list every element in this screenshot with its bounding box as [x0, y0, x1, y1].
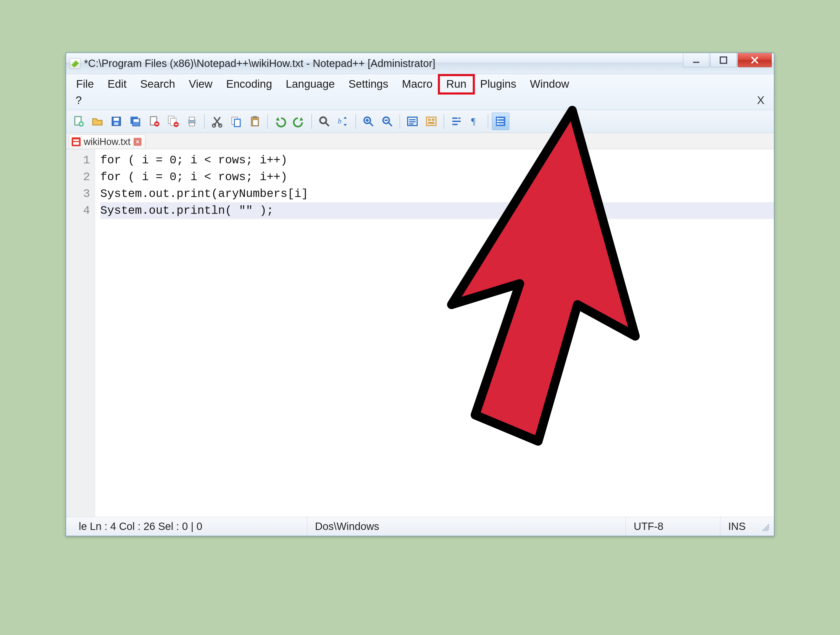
- toolbar-separator: [444, 114, 444, 129]
- maximize-button[interactable]: [711, 53, 737, 67]
- paste-button[interactable]: [246, 112, 264, 130]
- print-button[interactable]: [183, 112, 201, 130]
- function-list-button[interactable]: [492, 112, 509, 130]
- close-file-icon: [148, 115, 160, 128]
- open-file-icon: [91, 115, 104, 128]
- code-line[interactable]: for ( i = 0; i < rows; i++): [100, 169, 774, 185]
- line-number: 2: [66, 169, 90, 185]
- wrap-icon: [406, 115, 419, 128]
- new-file-button[interactable]: [70, 112, 87, 130]
- menu-run[interactable]: Run: [439, 76, 473, 93]
- close-icon: [750, 55, 759, 65]
- open-file-button[interactable]: [89, 112, 106, 130]
- menu-language[interactable]: Language: [279, 76, 342, 93]
- zoom-out-button[interactable]: [379, 112, 396, 130]
- close-button[interactable]: [737, 53, 772, 67]
- toolbar: b¶: [66, 110, 774, 133]
- indent-guide-icon: [450, 115, 463, 128]
- window-title: *C:\Program Files (x86)\Notepad++\wikiHo…: [84, 57, 683, 69]
- zoom-out-icon: [381, 115, 393, 128]
- menu-encoding[interactable]: Encoding: [219, 76, 279, 93]
- svg-rect-38: [497, 123, 499, 125]
- toolbar-separator: [311, 114, 312, 129]
- minimize-button[interactable]: [683, 53, 709, 67]
- code-line[interactable]: System.out.println( "" );: [100, 202, 774, 219]
- find-button[interactable]: [316, 112, 333, 130]
- tab-close-button[interactable]: ×: [134, 138, 142, 146]
- menu-plugins[interactable]: Plugins: [473, 76, 523, 93]
- undo-button[interactable]: [272, 112, 289, 130]
- menu-search[interactable]: Search: [133, 76, 182, 93]
- undo-icon: [274, 115, 286, 128]
- svg-point-25: [320, 117, 326, 124]
- statusbar: le Ln : 4 Col : 26 Sel : 0 | 0 Dos\Windo…: [66, 517, 774, 536]
- save-all-icon: [129, 115, 142, 128]
- menu-macro[interactable]: Macro: [395, 76, 439, 93]
- show-all-button[interactable]: [423, 112, 440, 130]
- zoom-in-button[interactable]: [360, 112, 377, 130]
- find-replace-icon: b: [337, 115, 349, 128]
- close-file-button[interactable]: [145, 112, 163, 130]
- find-replace-button[interactable]: b: [335, 112, 352, 130]
- menu-file[interactable]: File: [69, 76, 101, 93]
- save-button[interactable]: [107, 112, 125, 130]
- print-icon: [186, 115, 198, 128]
- status-position: le Ln : 4 Col : 26 Sel : 0 | 0: [71, 517, 307, 536]
- menu-window[interactable]: Window: [523, 76, 576, 93]
- status-mode: INS: [720, 517, 757, 536]
- svg-rect-23: [253, 116, 257, 118]
- pilcrow-icon: ¶: [469, 115, 482, 128]
- code-line[interactable]: System.out.print(aryNumbers[i]: [100, 185, 774, 202]
- svg-rect-5: [114, 118, 119, 121]
- menu-close-x[interactable]: X: [754, 93, 767, 108]
- file-tab[interactable]: wikiHow.txt ×: [69, 135, 145, 149]
- menu-settings[interactable]: Settings: [341, 76, 395, 93]
- svg-rect-36: [497, 118, 499, 119]
- toolbar-separator: [488, 114, 488, 129]
- cut-icon: [211, 115, 223, 128]
- line-number: 4: [66, 202, 90, 219]
- show-all-icon: [425, 115, 437, 128]
- toolbar-separator: [204, 114, 205, 129]
- save-all-button[interactable]: [126, 112, 144, 130]
- code-line[interactable]: for ( i = 0; i < rows; i++): [100, 152, 774, 169]
- code-area[interactable]: for ( i = 0; i < rows; i++)for ( i = 0; …: [95, 149, 774, 517]
- toolbar-separator: [355, 114, 356, 129]
- line-number-gutter: 1234: [66, 149, 95, 517]
- window-buttons: [683, 53, 774, 74]
- zoom-in-icon: [362, 115, 374, 128]
- pilcrow-button[interactable]: ¶: [467, 112, 484, 130]
- svg-rect-24: [253, 120, 258, 125]
- titlebar[interactable]: *C:\Program Files (x86)\Notepad++\wikiHo…: [66, 53, 774, 74]
- svg-rect-17: [189, 123, 194, 126]
- svg-rect-21: [234, 119, 240, 127]
- maximize-icon: [719, 55, 728, 65]
- svg-text:¶: ¶: [471, 116, 475, 127]
- svg-rect-1: [720, 57, 726, 63]
- resize-grip-icon[interactable]: [760, 522, 769, 531]
- find-icon: [318, 115, 330, 128]
- cut-button[interactable]: [208, 112, 226, 130]
- svg-rect-30: [426, 117, 436, 125]
- menu-edit[interactable]: Edit: [101, 76, 133, 93]
- indent-guide-button[interactable]: [448, 112, 465, 130]
- paste-icon: [249, 115, 261, 128]
- line-number: 1: [66, 152, 90, 169]
- toolbar-separator: [267, 114, 268, 129]
- minimize-icon: [692, 55, 701, 65]
- tabbar: wikiHow.txt ×: [66, 133, 774, 149]
- menu-row: FileEditSearchViewEncodingLanguageSettin…: [69, 76, 771, 93]
- notepadpp-window: *C:\Program Files (x86)\Notepad++\wikiHo…: [66, 52, 774, 536]
- toolbar-separator: [399, 114, 400, 129]
- menu-view[interactable]: View: [182, 76, 219, 93]
- app-icon: [70, 58, 81, 69]
- copy-button[interactable]: [227, 112, 245, 130]
- status-eol: Dos\Windows: [307, 517, 626, 536]
- menu-help[interactable]: ?: [71, 93, 86, 108]
- editor[interactable]: 1234 for ( i = 0; i < rows; i++)for ( i …: [66, 149, 774, 517]
- close-all-button[interactable]: [164, 112, 182, 130]
- redo-icon: [293, 115, 305, 128]
- redo-button[interactable]: [291, 112, 308, 130]
- new-file-icon: [72, 115, 85, 128]
- wrap-button[interactable]: [404, 112, 421, 130]
